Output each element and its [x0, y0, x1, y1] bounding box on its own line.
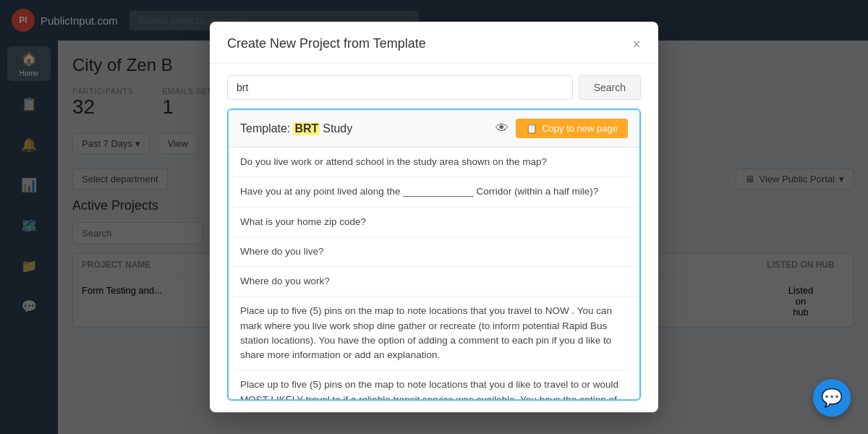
question-item: What is your home zip code?: [229, 208, 639, 237]
template-title-prefix: Template:: [240, 122, 290, 135]
create-project-modal: Create New Project from Template × Searc…: [210, 22, 658, 412]
modal-header: Create New Project from Template ×: [210, 22, 658, 64]
question-item: Do you live work or attend school in the…: [229, 148, 639, 177]
modal-overlay: Create New Project from Template × Searc…: [0, 0, 868, 434]
modal-close-button[interactable]: ×: [632, 37, 641, 51]
template-search-row: Search: [227, 75, 641, 100]
copy-icon: 📋: [526, 123, 537, 134]
template-title-suffix: Study: [323, 122, 352, 135]
question-item: Where do you work?: [229, 267, 639, 297]
copy-button-label: Copy to new page: [542, 123, 618, 134]
question-item: Have you at any point lived along the __…: [229, 177, 639, 207]
question-item: Place up to five (5) pins on the map to …: [229, 297, 639, 370]
chat-support-button[interactable]: 💬: [813, 379, 851, 417]
chat-support-icon: 💬: [821, 388, 843, 408]
template-card-header: Template: BRT Study 👁 📋 Copy to new page: [229, 110, 639, 148]
question-item: Where do you live?: [229, 237, 639, 267]
template-search-input[interactable]: [227, 75, 573, 100]
question-item: Place up to five (5) pins on the map to …: [229, 370, 639, 399]
template-title: Template: BRT Study: [240, 122, 352, 135]
modal-body: Search Template: BRT Study 👁 📋 Copy to n…: [210, 64, 658, 412]
modal-title: Create New Project from Template: [227, 36, 426, 51]
template-card: Template: BRT Study 👁 📋 Copy to new page…: [227, 109, 641, 401]
template-header-actions: 👁 📋 Copy to new page: [495, 119, 628, 138]
template-title-highlight: BRT: [293, 122, 320, 135]
copy-to-new-page-button[interactable]: 📋 Copy to new page: [516, 119, 628, 138]
preview-icon[interactable]: 👁: [495, 121, 509, 136]
template-search-button[interactable]: Search: [579, 75, 641, 100]
template-questions-list: Do you live work or attend school in the…: [229, 148, 639, 399]
